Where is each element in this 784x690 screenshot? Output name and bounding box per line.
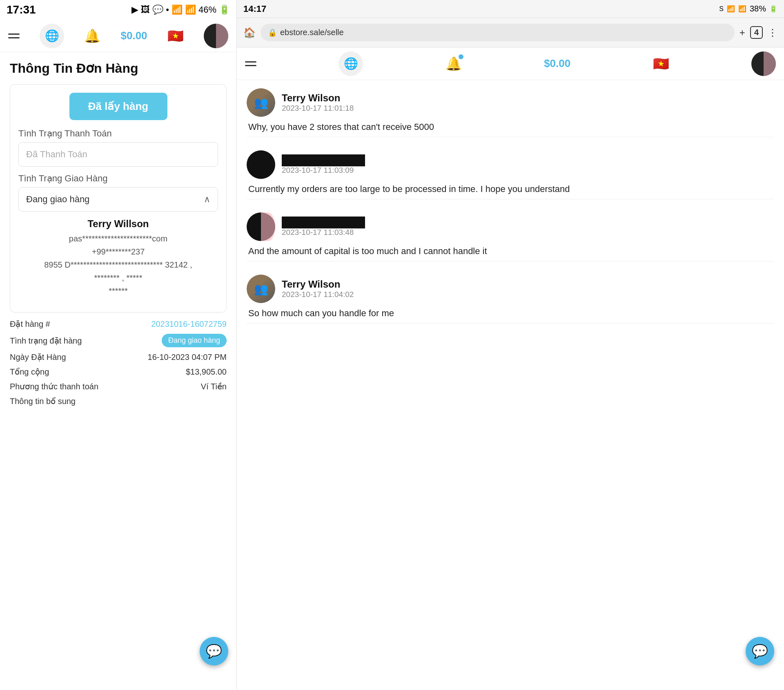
message-divider	[247, 199, 774, 199]
order-date-value: 16-10-2023 04:07 PM	[148, 353, 227, 362]
message-sender: Terry Wilson 2023-10-17 11:01:18	[282, 92, 354, 113]
message-time: 2023-10-17 11:03:09	[282, 166, 365, 175]
message-text: And the amount of capital is too much an…	[247, 244, 774, 258]
delivery-status-label: Tình Trạng Giao Hàng	[18, 173, 218, 184]
dot-icon: •	[166, 4, 169, 15]
order-details-section: Đặt hàng # 20231016-16072759 Tình trạng …	[10, 319, 227, 406]
sender-name: Terry Wilson	[282, 279, 354, 290]
wifi-right: 📶	[727, 5, 735, 13]
bell-right-wrapper: 🔔	[445, 56, 462, 71]
action-button[interactable]: Đã lấy hàng	[69, 93, 167, 120]
payment-method-label: Phương thức thanh toán	[10, 382, 98, 391]
battery-right: 38%	[750, 4, 766, 13]
chat-fab-left[interactable]: 💬	[200, 637, 228, 665]
globe-button[interactable]: 🌐	[40, 24, 64, 48]
message-group: Terry Wilson 2023-10-17 11:04:02 So how …	[247, 275, 774, 324]
message-group: ████████████ 2023-10-17 11:03:09 Current…	[247, 150, 774, 199]
browser-actions: + 4 ⋮	[739, 26, 777, 39]
message-text: So how much can you handle for me	[247, 306, 774, 320]
message-text: Currently my orders are too large to be …	[247, 182, 774, 196]
time-right: 14:17	[243, 4, 266, 14]
sender-name: ████████████	[282, 217, 365, 228]
message-group: ████████████ 2023-10-17 11:03:48 And the…	[247, 212, 774, 261]
order-date-row: Ngày Đặt Hàng 16-10-2023 04:07 PM	[10, 352, 227, 362]
more-icon[interactable]: ⋮	[768, 27, 777, 38]
right-panel: 14:17 S 📶 📶 38% 🔋 🏠 🔒 ebstore.sale/selle…	[237, 0, 784, 690]
sender-name: ████████████	[282, 154, 365, 166]
status-bar-left: 17:31 ▶ 🖼 💬 • 📶 📶 46% 🔋	[0, 0, 236, 20]
message-divider	[247, 261, 774, 261]
globe-button-right[interactable]: 🌐	[339, 51, 363, 76]
chat-fab-right[interactable]: 💬	[746, 637, 774, 665]
balance-right[interactable]: $0.00	[544, 57, 570, 70]
customer-address1: 8955 D***************************** 3214…	[18, 258, 218, 271]
user-avatar	[247, 275, 275, 303]
payment-method-row: Phương thức thanh toán Ví Tiền	[10, 382, 227, 391]
payment-method-value: Ví Tiền	[201, 382, 227, 391]
left-panel: 17:31 ▶ 🖼 💬 • 📶 📶 46% 🔋 🌐 🔔 $0.00 🇻🇳 Thô…	[0, 0, 237, 690]
tab-count[interactable]: 4	[750, 26, 763, 39]
order-status-row: Tình trạng đặt hàng Đang giao hàng	[10, 334, 227, 347]
message-header: ████████████ 2023-10-17 11:03:09	[247, 150, 774, 179]
wifi-icon: 📶	[172, 4, 183, 15]
message-sender: ████████████ 2023-10-17 11:03:48	[282, 217, 365, 237]
delivery-status-value: Đang giao hàng	[26, 194, 89, 205]
bell-icon[interactable]: 🔔	[84, 28, 100, 44]
masked-avatar-pink	[247, 212, 275, 241]
time-left: 17:31	[7, 3, 36, 16]
browser-status-bar: 14:17 S 📶 📶 38% 🔋	[237, 0, 784, 18]
sender-name: Terry Wilson	[282, 92, 354, 104]
extra-info-label: Thông tin bổ sung	[10, 396, 76, 406]
home-icon[interactable]: 🏠	[243, 27, 256, 38]
order-id-row: Đặt hàng # 20231016-16072759	[10, 319, 227, 329]
battery-icon: 🔋	[219, 4, 230, 15]
message-time: 2023-10-17 11:04:02	[282, 290, 354, 299]
hamburger-menu[interactable]	[8, 33, 20, 38]
avatar-img	[247, 88, 275, 117]
order-total-row: Tổng cộng $13,905.00	[10, 367, 227, 377]
chat-icon-left: 💬	[206, 643, 222, 659]
url-text: ebstore.sale/selle	[280, 28, 344, 37]
balance-left[interactable]: $0.00	[121, 29, 147, 42]
page-title: Thông Tin Đơn Hàng	[10, 60, 227, 76]
customer-address2: ******** , *****	[18, 271, 218, 284]
url-bar[interactable]: 🔒 ebstore.sale/selle	[261, 24, 735, 41]
customer-email: pas**********************com	[18, 232, 218, 245]
message-text: Why, you have 2 stores that can't receiv…	[247, 120, 774, 134]
order-id-label: Đặt hàng #	[10, 319, 50, 329]
message-header: Terry Wilson 2023-10-17 11:01:18	[247, 88, 774, 117]
customer-name: Terry Willson	[18, 218, 218, 230]
signal-icon: 📶	[185, 4, 196, 15]
flag-left: 🇻🇳	[167, 28, 184, 44]
avatar-right[interactable]	[751, 51, 776, 76]
shopify-icon: S	[719, 5, 724, 13]
extra-info-row: Thông tin bổ sung	[10, 396, 227, 406]
hamburger-right[interactable]	[245, 61, 256, 66]
message-sender: ████████████ 2023-10-17 11:03:09	[282, 154, 365, 175]
browser-nav: 🏠	[243, 27, 256, 38]
order-status-label: Tình trạng đặt hàng	[10, 336, 82, 346]
avatar-left[interactable]	[204, 24, 228, 48]
chat-content: Terry Wilson 2023-10-17 11:01:18 Why, yo…	[237, 80, 784, 690]
media-icon: ▶	[131, 4, 138, 15]
masked-avatar	[247, 150, 275, 179]
customer-phone: +99********237	[18, 245, 218, 258]
nav-bar-left: 🌐 🔔 $0.00 🇻🇳	[0, 20, 236, 52]
signal-right: 📶	[738, 5, 746, 13]
message-divider	[247, 323, 774, 324]
message-header: Terry Wilson 2023-10-17 11:04:02	[247, 275, 774, 303]
order-date-label: Ngày Đặt Hàng	[10, 352, 66, 362]
lock-icon: 🔒	[268, 28, 277, 37]
messenger-icon: 💬	[152, 4, 163, 15]
customer-info: Terry Willson pas**********************c…	[18, 218, 218, 297]
chevron-up-icon: ∧	[204, 194, 210, 205]
message-sender: Terry Wilson 2023-10-17 11:04:02	[282, 279, 354, 299]
plus-icon[interactable]: +	[739, 27, 745, 38]
order-id-value[interactable]: 20231016-16072759	[151, 319, 227, 329]
message-group: Terry Wilson 2023-10-17 11:01:18 Why, yo…	[247, 88, 774, 137]
bell-icon-right[interactable]: 🔔	[445, 56, 462, 71]
message-divider	[247, 137, 774, 137]
message-header: ████████████ 2023-10-17 11:03:48	[247, 212, 774, 241]
order-total-value: $13,905.00	[186, 367, 227, 377]
delivery-status-select[interactable]: Đang giao hàng ∧	[18, 187, 218, 212]
